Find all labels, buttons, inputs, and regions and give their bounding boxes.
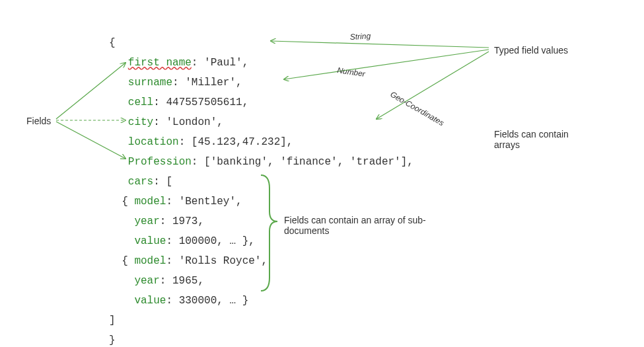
key-car2-model: model [134,255,166,267]
key-car1-year: year [134,215,159,227]
val-first-name: : 'Paul', [192,57,248,69]
key-cars: cars [128,176,153,188]
code-block: { first name: 'Paul', surname: 'Miller',… [109,13,413,347]
val-car1-value: : 100000, … }, [166,235,254,247]
val-cell: : 447557505611, [153,96,248,108]
label-arrays-note: Fields can contain arrays [494,129,593,150]
car2-open-brace: { [109,255,134,267]
val-car2-value: : 330000, … } [166,295,248,307]
key-cell: cell [128,96,153,108]
val-car2-model: : 'Rolls Royce', [166,255,268,267]
key-car2-year: year [134,275,159,287]
car1-open-brace: { [109,196,134,208]
key-car2-value: value [134,295,166,307]
label-fields: Fields [26,116,51,126]
key-car1-value: value [134,235,166,247]
key-first-name: first name [128,57,192,69]
close-bracket: ] [109,315,116,327]
key-profession: Profession [128,156,192,168]
val-cars-open: : [ [153,176,172,188]
val-city: : 'London', [153,116,223,128]
val-car2-year: : 1965, [160,275,204,287]
label-subdocs-note: Fields can contain an array of sub-docum… [284,215,436,236]
key-surname: surname [128,77,172,89]
close-brace: } [109,334,116,346]
val-surname: : 'Miller', [172,77,242,89]
open-brace: { [109,37,116,49]
key-car1-model: model [134,196,166,208]
val-car1-model: : 'Bentley', [166,196,242,208]
key-location: location [128,136,179,148]
label-typed-values: Typed field values [494,45,568,56]
val-location: : [45.123,47.232], [179,136,293,148]
val-car1-year: : 1973, [160,215,204,227]
val-profession: : ['banking', 'finance', 'trader'], [192,156,413,168]
key-city: city [128,116,153,128]
